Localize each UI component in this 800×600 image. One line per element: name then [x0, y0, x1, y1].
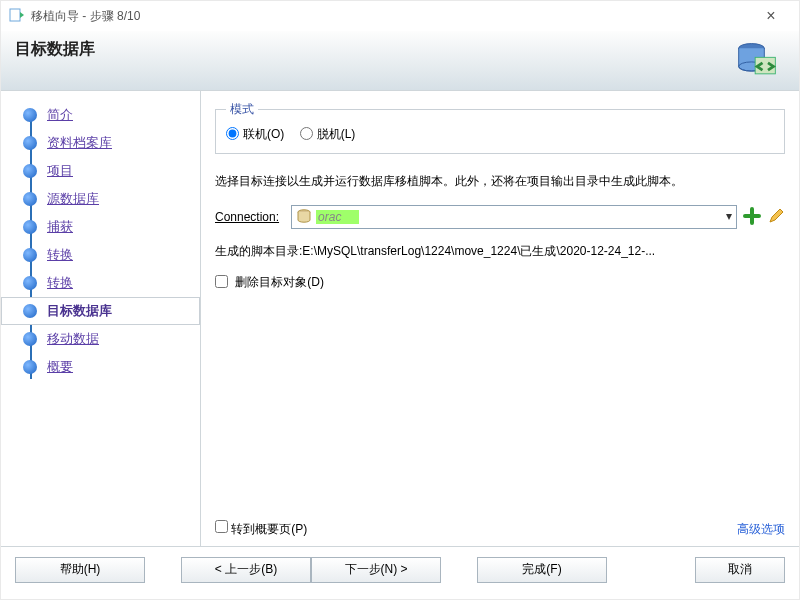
step-capture[interactable]: 捕获 — [1, 213, 200, 241]
script-path-label: 生成的脚本目录: — [215, 244, 302, 258]
mode-legend: 模式 — [226, 101, 258, 118]
app-icon — [9, 7, 31, 26]
connection-label: Connection: — [215, 210, 279, 224]
delete-target-input[interactable] — [215, 275, 228, 288]
help-button[interactable]: 帮助(H) — [15, 557, 145, 583]
main-panel: 模式 联机(O) 脱机(L) 选择目标连接以生成并运行数据库移植脚本。此外，还将… — [201, 91, 799, 546]
title-bar: 移植向导 - 步骤 8/10 × — [1, 1, 799, 31]
add-connection-icon[interactable] — [743, 207, 761, 228]
go-summary-checkbox[interactable]: 转到概要页(P) — [215, 520, 307, 538]
page-title: 目标数据库 — [15, 39, 785, 60]
mode-offline[interactable]: 脱机(L) — [300, 127, 356, 141]
svg-rect-0 — [10, 9, 20, 21]
edit-connection-icon[interactable] — [767, 207, 785, 228]
step-convert-2[interactable]: 转换 — [1, 269, 200, 297]
step-move-data[interactable]: 移动数据 — [1, 325, 200, 353]
database-icon — [735, 39, 779, 86]
finish-button[interactable]: 完成(F) — [477, 557, 607, 583]
next-button[interactable]: 下一步(N) > — [311, 557, 441, 583]
mode-online-radio[interactable] — [226, 127, 239, 140]
step-repository[interactable]: 资料档案库 — [1, 129, 200, 157]
delete-target-checkbox[interactable]: 删除目标对象(D) — [215, 275, 324, 289]
step-target-db[interactable]: 目标数据库 — [1, 297, 200, 325]
script-path: 生成的脚本目录:E:\MySQL\transferLog\1224\move_1… — [215, 243, 785, 260]
script-path-value: E:\MySQL\transferLog\1224\move_1224\已生成\… — [302, 244, 655, 258]
step-project[interactable]: 项目 — [1, 157, 200, 185]
step-intro[interactable]: 简介 — [1, 101, 200, 129]
back-button[interactable]: < 上一步(B) — [181, 557, 311, 583]
connection-value: orac — [316, 210, 359, 224]
connection-select[interactable]: orac — [291, 205, 737, 229]
close-icon[interactable]: × — [751, 7, 791, 25]
database-small-icon — [296, 208, 316, 227]
go-summary-input[interactable] — [215, 520, 228, 533]
wizard-steps: 简介 资料档案库 项目 源数据库 捕获 转换 转换 目标数据库 移动数据 概要 — [1, 91, 201, 546]
step-convert-1[interactable]: 转换 — [1, 241, 200, 269]
mode-offline-radio[interactable] — [300, 127, 313, 140]
step-summary[interactable]: 概要 — [1, 353, 200, 381]
mode-online[interactable]: 联机(O) — [226, 127, 284, 141]
step-source-db[interactable]: 源数据库 — [1, 185, 200, 213]
wizard-footer: 帮助(H) < 上一步(B) 下一步(N) > 完成(F) 取消 — [1, 546, 799, 592]
description-text: 选择目标连接以生成并运行数据库移植脚本。此外，还将在项目输出目录中生成此脚本。 — [215, 172, 785, 191]
mode-group: 模式 联机(O) 脱机(L) — [215, 101, 785, 154]
window-title: 移植向导 - 步骤 8/10 — [31, 8, 751, 25]
advanced-link[interactable]: 高级选项 — [737, 521, 785, 538]
cancel-button[interactable]: 取消 — [695, 557, 785, 583]
wizard-header: 目标数据库 — [1, 31, 799, 91]
